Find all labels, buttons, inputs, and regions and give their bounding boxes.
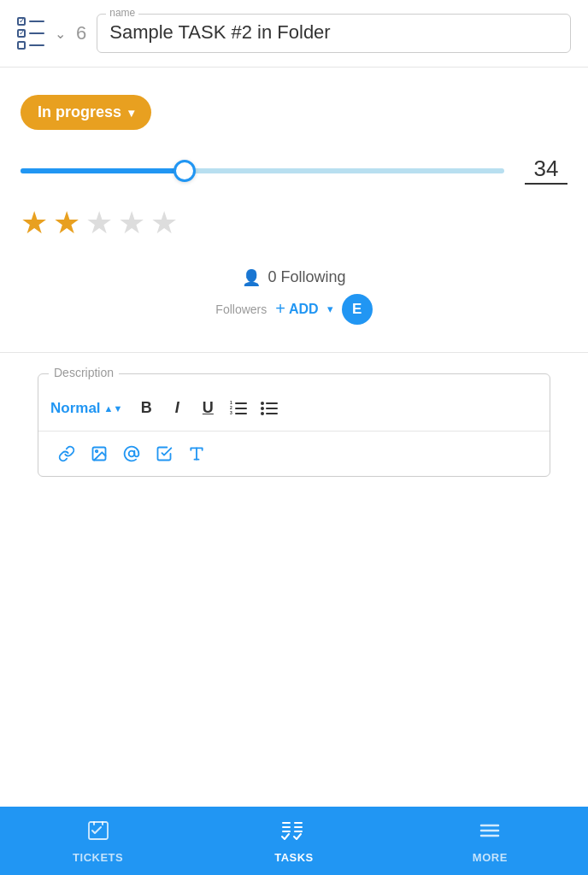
bar-3 <box>29 44 44 46</box>
svg-rect-24 <box>294 831 303 832</box>
svg-point-11 <box>261 412 264 415</box>
svg-rect-19 <box>282 822 291 824</box>
checkbox-3 <box>17 41 26 50</box>
star-3[interactable]: ★ <box>85 205 113 241</box>
tasks-icon <box>280 819 308 846</box>
top-divider <box>0 67 588 68</box>
svg-rect-22 <box>294 822 303 824</box>
text-style-label: Normal <box>50 400 101 417</box>
progress-slider-container[interactable] <box>21 165 504 177</box>
svg-point-13 <box>96 449 98 452</box>
bar-1 <box>29 21 44 22</box>
add-follower-button[interactable]: + ADD <box>275 299 318 319</box>
checklist-icon[interactable] <box>148 438 180 469</box>
unordered-list-button[interactable] <box>254 393 285 424</box>
following-count: 0 Following <box>268 268 345 286</box>
svg-point-9 <box>261 402 264 405</box>
followers-section: 👤 0 Following Followers + ADD ▾ E <box>0 261 588 349</box>
status-section: In progress ▾ <box>0 71 588 147</box>
image-icon[interactable] <box>83 438 115 469</box>
followers-label-row: Followers + ADD ▾ E <box>21 294 567 325</box>
nav-item-tickets[interactable]: TICKETS <box>64 819 132 864</box>
status-chevron: ▾ <box>128 106 134 120</box>
progress-value-display: 34 <box>525 157 567 185</box>
collapse-chevron[interactable]: ⌄ <box>55 26 66 42</box>
star-5[interactable]: ★ <box>150 205 178 241</box>
add-label: ADD <box>289 302 319 317</box>
underline-button[interactable]: U <box>192 393 223 424</box>
description-wrapper: Description Normal ▲▼ B I U <box>0 356 588 490</box>
task-name-field[interactable]: name <box>97 14 571 53</box>
svg-rect-20 <box>282 826 291 828</box>
star-4[interactable]: ★ <box>118 205 145 241</box>
task-name-input[interactable] <box>109 21 558 44</box>
mention-icon[interactable] <box>115 438 148 469</box>
nav-item-tasks[interactable]: TASKS <box>260 819 328 864</box>
description-legend: Description <box>49 366 119 379</box>
ordered-list-button[interactable]: 1 2 3 <box>223 393 254 424</box>
svg-rect-21 <box>282 831 291 832</box>
slider-fill <box>21 168 185 173</box>
slider-thumb[interactable] <box>173 160 196 182</box>
tickets-label: TICKETS <box>73 851 123 864</box>
progress-section: 34 <box>0 147 588 198</box>
bottom-nav: TICKETS TASKS MORE <box>0 807 588 875</box>
checkbox-2 <box>17 29 26 38</box>
italic-button[interactable]: I <box>162 393 192 424</box>
status-label: In progress <box>38 103 121 121</box>
mid-divider <box>0 352 588 353</box>
font-size-icon[interactable] <box>180 438 213 469</box>
following-person-icon: 👤 <box>242 268 261 287</box>
ordered-list-icon: 1 2 3 <box>229 400 248 417</box>
name-field-label: name <box>106 7 138 19</box>
style-chevron-icon: ▲▼ <box>104 403 123 414</box>
star-1[interactable]: ★ <box>21 205 48 241</box>
task-list-icon[interactable] <box>17 17 44 50</box>
top-bar: ⌄ 6 name <box>0 0 588 63</box>
svg-rect-23 <box>294 826 303 828</box>
link-icon[interactable] <box>50 438 83 469</box>
progress-underline <box>525 183 567 185</box>
task-number: 6 <box>76 22 86 44</box>
avatar[interactable]: E <box>342 294 373 325</box>
description-section: Description Normal ▲▼ B I U <box>38 373 550 477</box>
editor-toolbar: Normal ▲▼ B I U 1 <box>38 386 550 432</box>
tickets-icon <box>85 819 111 846</box>
bold-button[interactable]: B <box>131 393 162 424</box>
followers-label: Followers <box>215 302 267 316</box>
star-2[interactable]: ★ <box>53 205 80 241</box>
more-label: MORE <box>473 851 508 864</box>
editor-toolbar-row2 <box>38 432 550 476</box>
unordered-list-icon <box>260 400 279 417</box>
nav-item-more[interactable]: MORE <box>456 819 524 864</box>
add-plus-icon: + <box>275 299 285 319</box>
more-icon <box>477 819 503 846</box>
svg-text:3: 3 <box>230 410 232 415</box>
tasks-label: TASKS <box>274 851 314 864</box>
stars-section: ★ ★ ★ ★ ★ <box>0 198 588 261</box>
svg-point-10 <box>261 407 264 410</box>
bar-2 <box>29 32 44 34</box>
following-row: 👤 0 Following <box>21 268 567 287</box>
svg-point-14 <box>129 450 135 456</box>
checkbox-1 <box>17 17 26 26</box>
text-style-select[interactable]: Normal ▲▼ <box>50 400 122 417</box>
status-button[interactable]: In progress ▾ <box>21 95 151 130</box>
progress-number: 34 <box>534 157 559 179</box>
followers-chevron-icon[interactable]: ▾ <box>327 302 333 315</box>
slider-track <box>21 168 504 173</box>
